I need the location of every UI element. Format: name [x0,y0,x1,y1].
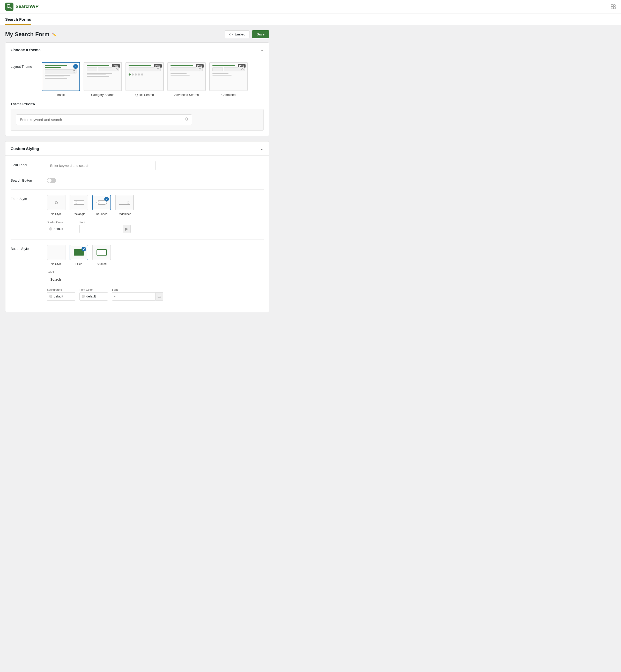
form-title: My Search Form ✏️ [5,31,56,38]
mini-results [45,75,77,79]
theme-card-basic[interactable]: ✓ [42,62,80,91]
content-area: My Search Form ✏️ </> Embed Save Choose … [0,25,274,322]
theme-option-basic[interactable]: ✓ Basic [42,62,80,97]
button-style-option-filled[interactable]: ✓ Filled [70,245,88,265]
theme-card-advanced[interactable]: PRO [167,62,206,91]
mini-line [170,65,193,66]
preview-search-wrap [16,114,192,125]
background-group: Background default [47,288,75,301]
button-style-card-stroked[interactable]: ✓ [92,245,111,260]
field-label-input[interactable] [47,161,156,170]
custom-styling-panel: Custom Styling ⌄ Field Label Search Butt… [5,141,269,312]
mini-results [212,73,245,76]
tab-search-forms[interactable]: Search Forms [5,13,31,25]
mini-result-line [212,75,232,76]
search-button-label: Search Button [11,176,42,182]
form-style-card-rounded[interactable]: ✓ [92,195,111,210]
mini-input-rounded [96,200,107,205]
border-color-group: Border Color default [47,221,75,233]
form-style-name-rectangle: Rectangle [73,212,85,216]
save-button[interactable]: Save [252,30,269,38]
embed-label: Embed [235,32,245,36]
font-color-input[interactable]: default [79,292,108,301]
svg-rect-4 [614,5,615,6]
button-label-section: Label [47,271,264,284]
mini-search-bar [45,69,77,74]
mini-input-nostyle [55,201,57,204]
form-style-option-rounded[interactable]: ✓ Rounded [92,195,111,216]
button-style-control: ✓ No Style ✓ Filled [47,245,264,301]
theme-card-combined[interactable]: PRO [209,62,248,91]
svg-line-8 [188,120,189,121]
border-color-input[interactable]: default [47,225,75,233]
button-style-options: ✓ No Style ✓ Filled [47,245,264,265]
font-input-row: px [79,225,131,233]
form-style-options: ✓ No Style [47,195,264,216]
button-style-card-nostyle[interactable]: ✓ [47,245,66,260]
theme-name-advanced: Advanced Search [174,93,199,97]
search-button-toggle[interactable] [47,178,56,183]
searchwp-logo-icon [5,3,13,11]
button-style-card-filled[interactable]: ✓ [70,245,88,260]
top-nav-right [611,4,616,9]
form-style-control: ✓ No Style [47,195,264,233]
form-style-label: Form Style [11,195,42,201]
theme-option-quick[interactable]: PRO Quick Search [125,62,164,97]
mini-cat-select [87,67,97,72]
mini-dot [129,74,131,76]
embed-button[interactable]: </> Embed [225,30,249,38]
custom-styling-chevron[interactable]: ⌄ [260,146,264,151]
button-style-option-stroked[interactable]: ✓ Stroked [92,245,111,265]
logo: SearchWP [5,3,39,11]
preview-search-input[interactable] [16,114,192,125]
form-style-name-nostyle: No Style [51,212,61,216]
choose-theme-chevron[interactable]: ⌄ [260,47,264,52]
mini-dot-inactive [141,74,143,76]
mini-input-rect [74,200,84,205]
theme-name-quick: Quick Search [135,93,154,97]
mini-cat-select [212,67,223,72]
form-style-card-nostyle[interactable]: ✓ [47,195,66,210]
form-style-card-underlined[interactable]: ✓ [115,195,134,210]
search-button-row: Search Button [11,176,264,183]
button-style-option-nostyle[interactable]: ✓ No Style [47,245,66,265]
mini-line [45,67,61,68]
mini-dots [129,74,161,76]
embed-code-icon: </> [229,33,233,36]
mini-result-line [87,76,109,77]
layout-theme-label: Layout Theme [11,62,37,69]
button-label-label: Label [47,271,264,274]
edit-form-title-icon[interactable]: ✏️ [52,32,56,37]
form-style-sub-controls: Border Color default Font px [47,221,264,233]
theme-card-category[interactable]: PRO [84,62,122,91]
font-label: Font [79,221,131,224]
form-style-option-rectangle[interactable]: ✓ Rectangle [70,195,88,216]
font-size-input[interactable] [79,225,123,233]
form-style-option-nostyle[interactable]: ✓ No Style [47,195,66,216]
font-group: Font px [79,221,131,233]
form-style-option-underlined[interactable]: ✓ Underlined [115,195,134,216]
button-font-group: Font px [112,288,163,301]
button-font-size-input[interactable] [112,292,155,301]
grid-icon[interactable] [611,4,616,9]
choose-theme-panel: Choose a theme ⌄ Layout Theme ✓ [5,42,269,136]
theme-option-advanced[interactable]: PRO Advanced Search [167,62,206,97]
theme-options: ✓ Basic [42,62,248,97]
form-title-text: My Search Form [5,31,49,38]
mini-results [87,73,119,77]
theme-card-quick[interactable]: PRO [125,62,164,91]
form-style-card-rectangle[interactable]: ✓ [70,195,88,210]
preview-search-icon [185,118,189,122]
mini-result-line [45,78,67,79]
theme-option-category[interactable]: PRO Category Se [84,62,122,97]
theme-name-combined: Combined [221,93,236,97]
field-label-label: Field Label [11,161,42,167]
layout-theme-row: Layout Theme ✓ [11,62,264,97]
mini-result-line [45,75,70,76]
form-title-row: My Search Form ✏️ </> Embed Save [5,30,269,38]
theme-option-combined[interactable]: PRO Combined [209,62,248,97]
button-sub-controls: Background default Font Color default [47,288,264,301]
background-color-input[interactable]: default [47,292,75,301]
mini-line [212,65,235,66]
button-label-input[interactable] [47,275,119,284]
